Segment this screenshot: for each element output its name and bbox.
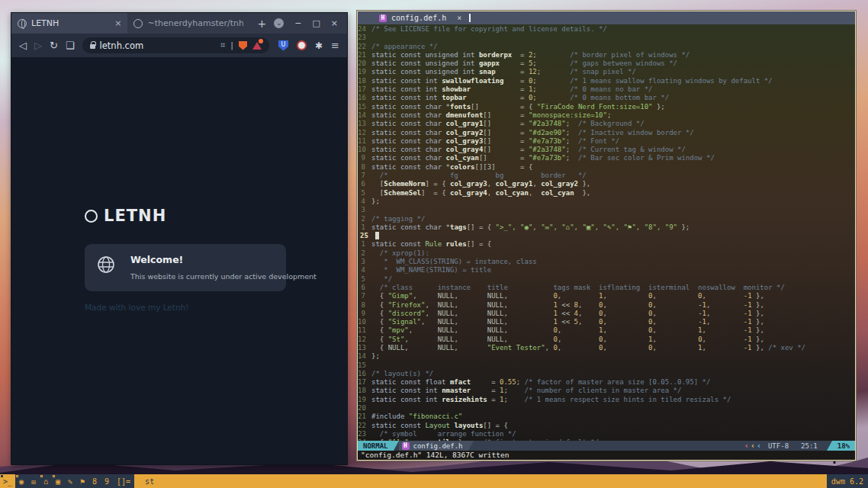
code-line[interactable]: 11static const char col_gray3[] = "#e7a7… xyxy=(358,137,855,146)
brave-rewards-icon[interactable] xyxy=(252,42,262,50)
code-line[interactable]: 4}; xyxy=(358,197,855,206)
bookmark-icon[interactable]: ❏ xyxy=(66,40,75,51)
vim-tab-close-icon[interactable]: × xyxy=(457,14,461,22)
code-line[interactable]: 11 { "mpv", NULL, NULL, 0, 1, 0, 1, -1 }… xyxy=(358,326,855,335)
code-line[interactable]: 15 xyxy=(358,361,855,370)
code-line[interactable]: 3 xyxy=(358,206,855,214)
code-line[interactable]: 13static const char col_gray1[] = "#2a37… xyxy=(358,120,855,128)
code-line[interactable]: 2 /* xprop(1): xyxy=(358,249,855,258)
code-line[interactable]: 2/* tagging */ xyxy=(358,215,855,223)
dwm-tag-media[interactable]: ▣ xyxy=(52,474,64,488)
ublock-extension-icon[interactable]: U xyxy=(278,40,288,51)
back-button[interactable]: ◁ xyxy=(19,40,27,51)
code-line[interactable]: 7 /* fg bg border */ xyxy=(358,172,855,180)
code-line[interactable]: 21#include "fibonacci.c" xyxy=(358,413,855,421)
line-number: 6 xyxy=(358,284,371,292)
dwm-tag-tag-9[interactable]: 9 xyxy=(101,474,113,488)
privacy-extension-icon[interactable] xyxy=(297,40,307,50)
browser-tab-inactive[interactable]: ~thenerdyhamster/tnh-nvim xyxy=(127,13,249,34)
url-bar-actions: ⌗ | xyxy=(220,40,262,50)
code-line[interactable]: 7 { "Gimp", NULL, NULL, 0, 1, 0, 0, -1 }… xyxy=(358,292,855,300)
code-area[interactable]: 24/* See LICENSE file for copyright and … xyxy=(358,24,855,441)
code-line[interactable]: 20static const unsigned int gappx = 5; /… xyxy=(358,59,855,68)
line-number: 21 xyxy=(358,413,371,421)
code-line[interactable]: 5 [SchemeSel] = { col_gray4, col_cyan, c… xyxy=(358,189,855,197)
minimize-button[interactable]: − xyxy=(294,18,301,28)
close-button[interactable]: × xyxy=(331,18,338,28)
code-line[interactable]: 19static const unsigned int snap = 12; /… xyxy=(358,68,855,76)
brave-shield-icon[interactable] xyxy=(239,41,247,50)
site-logo: LETNH xyxy=(85,207,347,225)
dwm-tag-tag-8[interactable]: 8 xyxy=(88,474,101,488)
vim-command-line: "config.def.h" 142L, 8367C written xyxy=(358,451,855,460)
code-line[interactable]: 25 xyxy=(358,232,855,240)
line-number: 22 xyxy=(358,43,371,51)
dwm-tag-browser[interactable]: ◉ xyxy=(15,474,27,488)
code-line[interactable]: 19static const int resizehints = 1; /* 1… xyxy=(358,396,855,404)
browser-tab-active[interactable]: LETNH × xyxy=(11,13,127,34)
code-line[interactable]: 18static const int swallowfloating = 0; … xyxy=(358,77,855,85)
code-line[interactable]: 3 * WM_CLASS(STRING) = instance, class xyxy=(358,258,855,266)
code-line[interactable]: 14static const char dmenufont[] = "monos… xyxy=(358,111,855,120)
vim-statusline: NORMAL H config.def.h ‹ ‹ ‹ UTF-8 25:1 1… xyxy=(358,441,855,451)
code-line[interactable]: 20 xyxy=(358,404,855,413)
code-line[interactable]: 23 /* symbol arrange function */ xyxy=(358,430,855,438)
tab-search-icon[interactable]: ⌄ xyxy=(274,18,284,28)
code-line[interactable]: 18static const int nmaster = 1; /* numbe… xyxy=(358,387,855,395)
vim-tab-filename[interactable]: config.def.h xyxy=(391,14,446,22)
dwm-tag-mail[interactable]: ✉ xyxy=(27,474,40,488)
dwm-tag-terminal[interactable]: >_ xyxy=(0,474,15,488)
code-line[interactable]: 17static const int showbar = 1; /* 0 mea… xyxy=(358,85,855,94)
code-line[interactable]: 22/* appearance */ xyxy=(358,43,855,51)
code-line[interactable]: 15static const char *fonts[] = { "FiraCo… xyxy=(358,103,855,111)
focused-window-title[interactable]: st xyxy=(134,474,827,488)
menu-icon[interactable]: ≡ xyxy=(331,40,339,51)
code-line[interactable]: 9static const char col_cyan[] = "#e7a73b… xyxy=(358,154,855,162)
forward-button[interactable]: ▷ xyxy=(34,40,42,51)
new-tab-button[interactable]: + xyxy=(249,13,274,34)
tab-close-icon[interactable]: × xyxy=(114,18,121,28)
code-line[interactable]: 8static const char *colors[][3] = { xyxy=(358,163,855,172)
line-number: 7 xyxy=(358,172,371,180)
code-line[interactable]: 23 xyxy=(358,34,855,42)
desktop: LETNH × ~thenerdyhamster/tnh-nvim + ⌄ − … xyxy=(0,0,868,488)
browser-tabbar: LETNH × ~thenerdyhamster/tnh-nvim + ⌄ − … xyxy=(11,13,347,34)
code-line[interactable]: 12static const char col_gray2[] = "#d2ae… xyxy=(358,129,855,137)
code-line[interactable]: 10static const char col_gray4[] = "#2a37… xyxy=(358,146,855,154)
line-number: 13 xyxy=(358,344,371,352)
code-line[interactable]: 24/* See LICENSE file for copyright and … xyxy=(358,25,855,34)
code-line[interactable]: 1static const Rule rules[] = { xyxy=(358,240,855,249)
statusline-fill xyxy=(474,441,744,451)
line-number: 25 xyxy=(358,232,375,240)
dwm-tag-files[interactable]: ⌂ xyxy=(40,474,52,488)
line-number: 20 xyxy=(358,404,371,413)
code-line[interactable]: 8 { "Firefox", NULL, NULL, 1 << 8, 0, 0,… xyxy=(358,301,855,310)
code-line[interactable]: 5 */ xyxy=(358,275,855,284)
dwm-tag-misc[interactable]: ⚑ xyxy=(76,474,88,488)
code-line[interactable]: 12 { "St", NULL, NULL, 0, 0, 1, 0, -1 }, xyxy=(358,336,855,344)
star-extension-icon[interactable]: ✱ xyxy=(315,40,323,51)
code-line[interactable]: 10 { "Signal", NULL, NULL, 1 << 5, 0, 0,… xyxy=(358,318,855,326)
code-line[interactable]: 6 [SchemeNorm] = { col_gray3, col_gray1,… xyxy=(358,180,855,188)
code-line[interactable]: 14}; xyxy=(358,352,855,361)
statusline-filename-text: config.def.h xyxy=(413,442,463,450)
code-line[interactable]: 21static const unsigned int borderpx = 2… xyxy=(358,51,855,59)
code-line[interactable]: 1static const char *tags[] = { ">_", "◉"… xyxy=(358,223,855,232)
layout-symbol[interactable]: []= xyxy=(113,474,134,488)
line-number: 1 xyxy=(358,240,371,249)
code-line[interactable]: 6 /* class instance title tags mask isfl… xyxy=(358,284,855,292)
code-line[interactable]: 4 * WM_NAME(STRING) = title xyxy=(358,266,855,274)
code-line[interactable]: 22static const Layout layouts[] = { xyxy=(358,422,855,430)
code-line[interactable]: 16/* layout(s) */ xyxy=(358,370,855,378)
bar-status-text: dwm 6.2 xyxy=(827,474,868,488)
code-line[interactable]: 13 { NULL, NULL, "Event Tester", 0, 0, 0… xyxy=(358,344,855,352)
code-line[interactable]: 16static const int topbar = 0; /* 0 mean… xyxy=(358,94,855,102)
url-bar[interactable]: letnh.com ⌗ | xyxy=(82,37,269,53)
code-line[interactable]: 17static const float mfact = 0.55; /* fa… xyxy=(358,378,855,387)
reload-button[interactable]: ↻ xyxy=(50,40,58,51)
qr-code-icon[interactable]: ⌗ xyxy=(220,40,225,50)
line-number: 4 xyxy=(358,197,371,206)
dwm-tag-chat[interactable]: ✎ xyxy=(64,474,76,488)
maximize-button[interactable]: □ xyxy=(312,18,320,28)
code-line[interactable]: 9 { "discord", NULL, NULL, 1 << 4, 0, 0,… xyxy=(358,310,855,318)
